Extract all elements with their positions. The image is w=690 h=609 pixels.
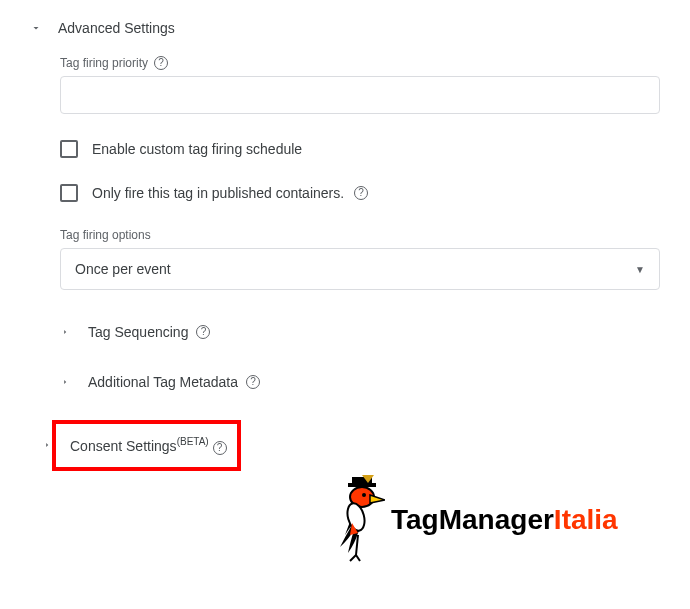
- chevron-right-icon: [60, 327, 70, 337]
- published-only-label: Only fire this tag in published containe…: [92, 185, 368, 201]
- help-icon[interactable]: ?: [213, 441, 227, 455]
- logo: TagManagerItalia: [330, 475, 618, 565]
- select-value: Once per event: [75, 261, 171, 277]
- beta-badge: (BETA): [177, 436, 209, 447]
- tag-firing-options-select[interactable]: Once per event ▼: [60, 248, 660, 290]
- advanced-settings-header[interactable]: Advanced Settings: [30, 20, 660, 36]
- svg-line-9: [350, 555, 356, 561]
- svg-point-6: [362, 493, 366, 497]
- consent-settings-row[interactable]: Consent Settings(BETA) ?: [66, 436, 227, 455]
- logo-text: TagManagerItalia: [391, 504, 618, 536]
- tag-firing-priority-label: Tag firing priority ?: [60, 56, 660, 70]
- chevron-down-icon: ▼: [635, 264, 645, 275]
- tag-firing-priority-input[interactable]: [60, 76, 660, 114]
- enable-schedule-checkbox[interactable]: [60, 140, 78, 158]
- chevron-right-icon: [60, 377, 70, 387]
- help-icon[interactable]: ?: [154, 56, 168, 70]
- help-icon[interactable]: ?: [354, 186, 368, 200]
- chevron-down-icon: [30, 22, 42, 34]
- chevron-right-icon: [42, 440, 52, 450]
- tag-sequencing-row[interactable]: Tag Sequencing ?: [60, 324, 660, 340]
- enable-schedule-label: Enable custom tag firing schedule: [92, 141, 302, 157]
- svg-line-10: [356, 555, 360, 561]
- tag-firing-options-label: Tag firing options: [60, 228, 660, 242]
- help-icon[interactable]: ?: [196, 325, 210, 339]
- help-icon[interactable]: ?: [246, 375, 260, 389]
- additional-tag-metadata-row[interactable]: Additional Tag Metadata ?: [60, 374, 660, 390]
- highlight-annotation: Consent Settings(BETA) ?: [52, 420, 241, 471]
- published-only-checkbox[interactable]: [60, 184, 78, 202]
- svg-line-8: [356, 535, 358, 555]
- svg-marker-5: [370, 495, 385, 503]
- woodpecker-icon: [330, 475, 385, 565]
- section-title: Advanced Settings: [58, 20, 175, 36]
